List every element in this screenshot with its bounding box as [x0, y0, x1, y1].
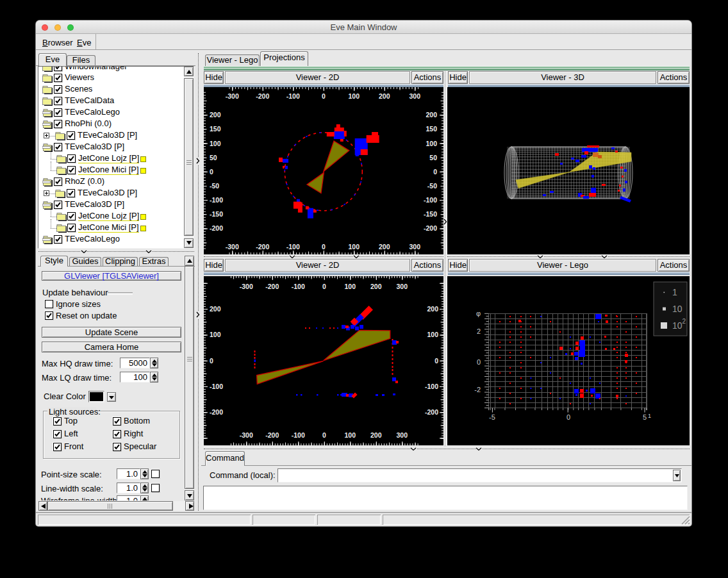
- svg-text:100: 100: [345, 431, 356, 439]
- svg-text:150: 150: [210, 125, 221, 133]
- svg-text:200: 200: [379, 243, 390, 251]
- svg-text:-200: -200: [256, 92, 269, 100]
- svg-text:-300: -300: [226, 92, 239, 100]
- svg-text:10: 10: [672, 304, 682, 314]
- svg-text:φ: φ: [476, 310, 481, 317]
- svg-text:-100: -100: [286, 92, 300, 100]
- svg-text:150: 150: [426, 125, 437, 133]
- svg-text:-100: -100: [286, 243, 300, 251]
- svg-text:-200: -200: [424, 224, 437, 232]
- svg-text:100: 100: [210, 140, 221, 147]
- svg-text:100: 100: [426, 140, 437, 147]
- svg-text:-150: -150: [210, 210, 223, 218]
- svg-text:100: 100: [345, 283, 356, 290]
- svg-text:100: 100: [210, 331, 221, 338]
- svg-text:-300: -300: [240, 283, 253, 290]
- svg-text:10: 10: [672, 320, 682, 331]
- svg-text:-100: -100: [292, 283, 305, 290]
- svg-text:-100: -100: [210, 196, 223, 204]
- svg-text:-100: -100: [425, 383, 438, 390]
- svg-text:-200: -200: [425, 408, 438, 416]
- svg-text:-50: -50: [210, 182, 219, 190]
- svg-text:0: 0: [322, 92, 326, 100]
- svg-text:200: 200: [210, 305, 221, 313]
- svg-text:-5: -5: [489, 413, 495, 421]
- svg-text:2: 2: [682, 318, 686, 325]
- svg-text:200: 200: [379, 92, 390, 100]
- svg-text:1: 1: [672, 287, 677, 297]
- svg-text:200: 200: [370, 283, 382, 290]
- svg-text:-50: -50: [427, 182, 437, 190]
- svg-text:-2: -2: [474, 386, 481, 393]
- svg-text:200: 200: [427, 305, 438, 313]
- svg-text:-200: -200: [265, 283, 279, 290]
- svg-text:100: 100: [349, 243, 360, 251]
- svg-text:300: 300: [410, 92, 421, 100]
- svg-text:0: 0: [210, 168, 213, 176]
- svg-text:-200: -200: [256, 243, 269, 251]
- svg-text:0: 0: [434, 357, 438, 365]
- svg-text:300: 300: [397, 283, 408, 290]
- svg-text:0: 0: [477, 358, 481, 366]
- svg-text:2: 2: [477, 327, 481, 335]
- svg-text:300: 300: [410, 243, 421, 251]
- svg-text:0: 0: [322, 243, 326, 251]
- svg-text:-100: -100: [424, 196, 437, 204]
- svg-text:-200: -200: [210, 224, 223, 232]
- svg-text:-200: -200: [210, 408, 223, 416]
- svg-text:-300: -300: [226, 243, 239, 251]
- svg-text:100: 100: [349, 92, 360, 100]
- svg-text:0: 0: [322, 283, 326, 290]
- svg-text:5: 5: [643, 413, 647, 421]
- svg-text:-100: -100: [292, 431, 305, 439]
- svg-text:0: 0: [433, 168, 437, 176]
- svg-text:0: 0: [567, 413, 570, 421]
- svg-text:-100: -100: [210, 383, 223, 390]
- svg-text:0: 0: [210, 357, 213, 365]
- svg-text:50: 50: [210, 154, 217, 161]
- svg-text:0: 0: [322, 431, 326, 439]
- svg-text:100: 100: [427, 331, 438, 338]
- svg-text:-200: -200: [265, 431, 279, 439]
- svg-text:1: 1: [648, 413, 651, 419]
- svg-text:200: 200: [370, 431, 382, 439]
- svg-text:200: 200: [210, 111, 221, 119]
- svg-text:200: 200: [426, 111, 437, 119]
- svg-text:50: 50: [429, 154, 437, 161]
- svg-text:-300: -300: [240, 431, 253, 439]
- svg-text:300: 300: [397, 431, 408, 439]
- svg-text:-150: -150: [424, 210, 437, 218]
